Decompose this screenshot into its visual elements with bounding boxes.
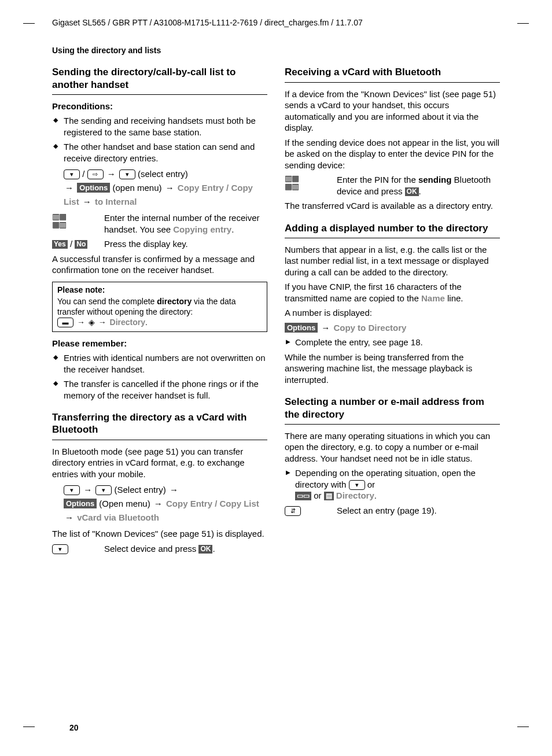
menu-vcard-bluetooth: vCard via Bluetooth (77, 512, 159, 522)
separator: / (82, 169, 87, 179)
paragraph: If a device from the "Known Devices" lis… (285, 88, 500, 134)
book-icon: ▭▭ (295, 492, 311, 500)
paragraph: A successful transfer is confirmed by a … (52, 253, 267, 276)
note-title: Please note: (57, 285, 262, 295)
menu-key-icon: ▬ (57, 318, 73, 327)
yes-no-keys: Yes / No (52, 238, 104, 250)
paragraph: There are many operating situations in w… (285, 430, 500, 464)
down-key-icon: ▾ (95, 485, 112, 495)
ok-softkey: OK (405, 187, 419, 196)
step-text: (open menu) (112, 183, 161, 193)
name-field-label: Name (421, 293, 445, 303)
heading-remember: Please remember: (52, 338, 267, 349)
menu-directory: Directory (110, 318, 145, 327)
crop-mark (517, 23, 529, 24)
arrow-icon: → (170, 485, 178, 495)
paragraph: While the number is being transferred fr… (285, 352, 500, 386)
down-key-icon: ▾ (64, 485, 80, 495)
definition-row: ▥▦▦▥ Enter the PIN for the sending Bluet… (285, 174, 500, 197)
options-softkey: Options (77, 183, 110, 193)
procedure-steps: Options → Copy to Directory (285, 322, 500, 334)
menu-copy-entry: Copy Entry (178, 183, 224, 193)
action-item: Depending on the operating situation, op… (285, 467, 500, 501)
list-item: Entries with identical numbers are not o… (52, 352, 267, 375)
heading-transfer-bluetooth: Transferring the directory as a vCard wi… (52, 411, 267, 436)
heading-preconditions: Preconditions: (52, 101, 267, 112)
definition-row: Yes / No Press the display key. (52, 238, 267, 250)
down-key-icon: ▾ (119, 169, 135, 179)
list-item: The other handset and base station can s… (52, 141, 267, 164)
page-number: 20 (69, 722, 79, 733)
procedure-steps: ▾ / ⇨ → ▾ (select entry) → Options (open… (52, 167, 267, 209)
updown-key-icon: ⇵ (285, 505, 337, 517)
menu-copy-directory: Copy to Directory (333, 323, 406, 333)
heading-rule: Selecting a number or e-mail address fro… (285, 396, 500, 425)
down-key-icon: ▾ (52, 543, 104, 555)
definition-body: Select device and press OK. (104, 543, 267, 555)
heading-receiving-vcard: Receiving a vCard with Bluetooth (285, 66, 500, 78)
right-key-icon: ⇨ (87, 169, 104, 179)
menu-copy-entry: Copy Entry (166, 499, 212, 508)
list-item: The sending and receiving handsets must … (52, 115, 267, 138)
separator: / (215, 499, 219, 508)
arrow-icon: → (107, 169, 116, 179)
page-header: Gigaset SL565 / GBR PTT / A31008-M1715-L… (35, 17, 517, 28)
arrow-icon: → (165, 183, 174, 193)
right-column: Receiving a vCard with Bluetooth If a de… (285, 66, 500, 558)
menu-directory: Directory (336, 491, 374, 500)
heading-sending: Sending the directory/call-by-call list … (52, 66, 267, 91)
arrow-icon: → (154, 499, 163, 508)
definition-body: Enter the internal number of the receive… (104, 212, 267, 235)
heading-rule: Sending the directory/call-by-call list … (52, 66, 267, 95)
paragraph: A number is displayed: (285, 307, 500, 319)
heading-select-number: Selecting a number or e-mail address fro… (285, 396, 500, 421)
nav-diamond-icon: ◈ (89, 318, 95, 327)
keypad-icon: ▥▦▦▥ (285, 174, 337, 192)
action-item: Complete the entry, see page 18. (285, 337, 500, 348)
heading-rule: Transferring the directory as a vCard wi… (52, 411, 267, 440)
menu-copy-list: Copy List (220, 499, 259, 508)
content-columns: Sending the directory/call-by-call list … (35, 66, 517, 558)
remember-list: Entries with identical numbers are not o… (52, 352, 267, 401)
heading-rule: Receiving a vCard with Bluetooth (285, 66, 500, 82)
definition-body: Enter the PIN for the sending Bluetooth … (337, 174, 500, 197)
copying-entry-label: Copying entry (173, 224, 231, 234)
list-icon: ▤ (324, 492, 334, 500)
step-text: (select entry) (138, 169, 188, 179)
section-label: Using the directory and lists (35, 45, 517, 56)
arrow-icon: → (83, 485, 92, 495)
options-softkey: Options (285, 323, 318, 333)
yes-softkey: Yes (52, 240, 68, 249)
arrow-icon: → (77, 318, 85, 327)
paragraph: The list of "Known Devices" (see page 51… (52, 528, 267, 540)
step-text: (Open menu) (99, 499, 150, 508)
options-softkey: Options (64, 499, 97, 508)
preconditions-list: The sending and receiving handsets must … (52, 115, 267, 164)
definition-row: ⇵ Select an entry (page 19). (285, 505, 500, 517)
definition-row: ▥▦▦▥ Enter the internal number of the re… (52, 212, 267, 235)
arrow-icon: → (83, 197, 91, 206)
arrow-icon: → (321, 323, 330, 333)
note-body: You can send the complete directory via … (57, 296, 262, 328)
arrow-icon: → (65, 512, 73, 522)
no-softkey: No (75, 240, 87, 249)
arrow-icon: → (98, 318, 106, 327)
definition-body: Select an entry (page 19). (337, 505, 500, 517)
paragraph: In Bluetooth mode (see page 51) you can … (52, 446, 267, 480)
crop-mark (23, 23, 35, 24)
manual-page: Gigaset SL565 / GBR PTT / A31008-M1715-L… (0, 0, 552, 756)
crop-mark (517, 727, 529, 727)
list-item: The transfer is cancelled if the phone r… (52, 378, 267, 401)
step-text: (Select entry) (115, 485, 166, 495)
paragraph: If you have CNIP, the first 16 character… (285, 281, 500, 304)
note-box: Please note: You can send the complete d… (52, 282, 267, 332)
definition-row: ▾ Select device and press OK. (52, 543, 267, 555)
left-column: Sending the directory/call-by-call list … (52, 66, 267, 558)
menu-to-internal: to Internal (95, 197, 137, 206)
heading-rule: Adding a displayed number to the directo… (285, 222, 500, 238)
ok-softkey: OK (198, 545, 212, 554)
heading-add-number: Adding a displayed number to the directo… (285, 222, 500, 234)
down-key-icon: ▾ (349, 480, 365, 490)
arrow-icon: → (65, 183, 73, 193)
down-key-icon: ▾ (64, 169, 80, 179)
